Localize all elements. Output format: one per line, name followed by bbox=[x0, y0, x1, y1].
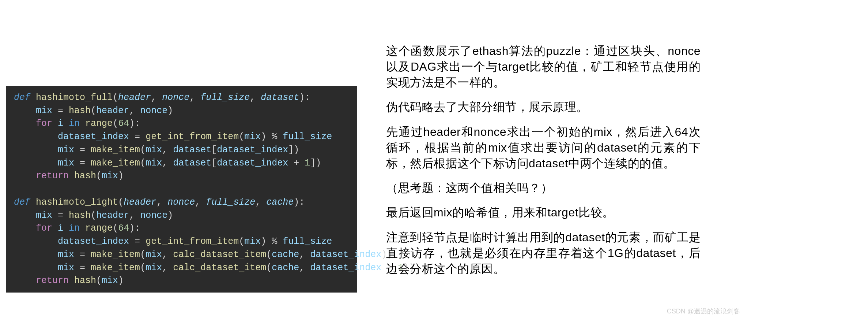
function-name-light: hashimoto_light bbox=[36, 197, 118, 208]
explanation-panel: 这个函数展示了ethash算法的puzzle：通过区块头、nonce以及DAG求… bbox=[386, 43, 715, 277]
explanation-paragraph-2: 伪代码略去了大部分细节，展示原理。 bbox=[386, 99, 701, 115]
keyword-def: def bbox=[14, 197, 30, 208]
explanation-paragraph-5: 最后返回mix的哈希值，用来和target比较。 bbox=[386, 205, 701, 220]
explanation-paragraph-4: （思考题：这两个值相关吗？） bbox=[386, 180, 701, 196]
explanation-paragraph-3: 先通过header和nonce求出一个初始的mix，然后进入64次循环，根据当前… bbox=[386, 124, 701, 172]
explanation-paragraph-6: 注意到轻节点是临时计算出用到的dataset的元素，而矿工是直接访存，也就是必须… bbox=[386, 230, 701, 277]
keyword-def: def bbox=[14, 92, 30, 103]
watermark: CSDN @邋遢的流浪剑客 bbox=[667, 307, 740, 316]
explanation-paragraph-1: 这个函数展示了ethash算法的puzzle：通过区块头、nonce以及DAG求… bbox=[386, 43, 701, 91]
code-block: def hashimoto_full(header, nonce, full_s… bbox=[6, 86, 357, 293]
function-name-full: hashimoto_full bbox=[36, 92, 113, 103]
